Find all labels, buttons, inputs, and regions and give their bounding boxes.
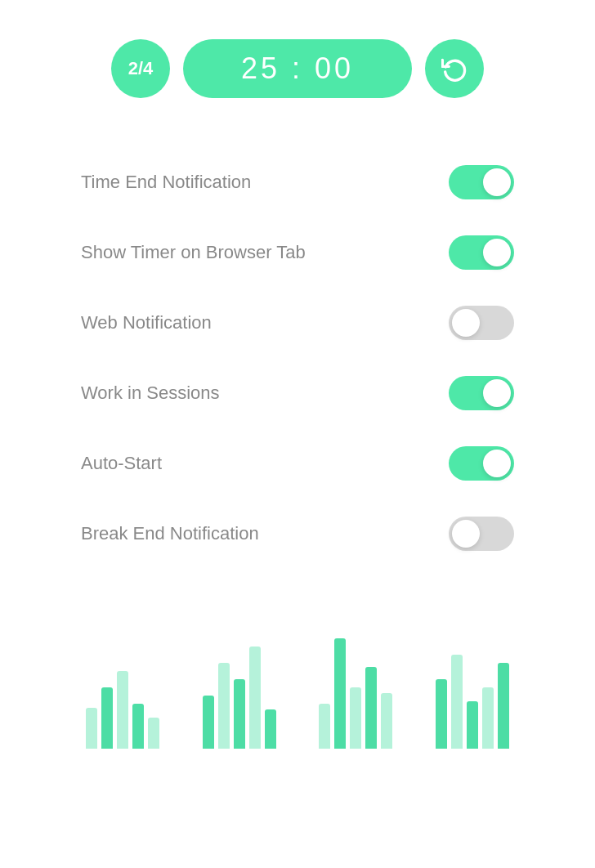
reset-button[interactable] [425,39,484,98]
bar [467,701,478,749]
bar [482,687,494,749]
bar [350,687,361,749]
bar-group-4 [436,655,509,749]
setting-label-show-timer-browser-tab: Show Timer on Browser Tab [81,242,306,263]
setting-row-web-notification: Web Notification [81,288,514,358]
bar [436,679,447,749]
bar [203,696,214,749]
toggle-auto-start[interactable] [449,446,514,481]
bar [498,663,509,749]
bar [365,667,377,749]
bar [132,704,144,749]
setting-label-work-in-sessions: Work in Sessions [81,383,220,404]
bar [319,704,330,749]
toggle-thumb [483,450,511,477]
bar [148,718,159,749]
counter-label: 2/4 [128,58,154,79]
bar [86,708,97,749]
bar-group-2 [203,647,276,749]
header: 2/4 25 : 00 [111,39,484,98]
settings-list: Time End Notification Show Timer on Brow… [32,147,563,569]
toggle-web-notification[interactable] [449,306,514,340]
bar [381,693,392,749]
reset-icon [441,56,468,82]
setting-label-time-end-notification: Time End Notification [81,172,251,193]
chart-area [32,602,563,749]
toggle-thumb [452,520,480,548]
timer-display: 25 : 00 [183,39,412,98]
setting-row-auto-start: Auto-Start [81,428,514,499]
bar [234,679,245,749]
bar [334,638,346,749]
setting-row-break-end-notification: Break End Notification [81,499,514,569]
bar [249,647,261,749]
toggle-break-end-notification[interactable] [449,517,514,551]
bar [101,687,113,749]
timer-value: 25 : 00 [241,51,354,86]
toggle-thumb [483,168,511,196]
setting-label-auto-start: Auto-Start [81,453,162,474]
setting-row-work-in-sessions: Work in Sessions [81,358,514,428]
setting-row-show-timer-browser-tab: Show Timer on Browser Tab [81,217,514,288]
setting-row-time-end-notification: Time End Notification [81,147,514,217]
bar [117,671,128,749]
bar-group-1 [86,671,159,749]
bar [218,663,230,749]
toggle-work-in-sessions[interactable] [449,376,514,410]
counter-badge: 2/4 [111,39,170,98]
bar [451,655,463,749]
bar-group-3 [319,638,392,749]
setting-label-web-notification: Web Notification [81,312,212,333]
toggle-thumb [483,239,511,266]
toggle-time-end-notification[interactable] [449,165,514,199]
toggle-thumb [483,379,511,407]
setting-label-break-end-notification: Break End Notification [81,523,259,544]
bar [265,709,276,749]
toggle-thumb [452,309,480,337]
toggle-show-timer-browser-tab[interactable] [449,235,514,270]
